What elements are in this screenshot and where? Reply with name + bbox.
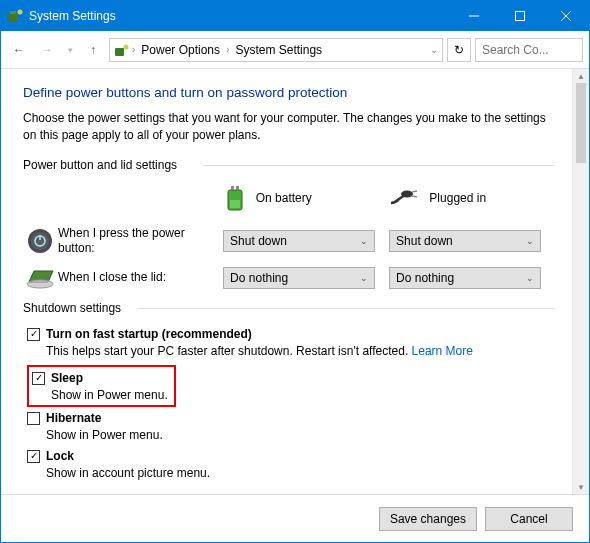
hibernate-checkbox[interactable]	[27, 412, 40, 425]
breadcrumb-icon	[114, 42, 130, 58]
svg-point-21	[27, 280, 53, 288]
svg-rect-11	[231, 186, 234, 190]
chevron-down-icon[interactable]: ⌄	[430, 44, 438, 55]
sleep-sub: Show in Power menu.	[51, 388, 168, 402]
app-icon	[7, 8, 23, 24]
power-button-battery-select[interactable]: Shut down⌄	[223, 230, 375, 252]
scroll-up-icon[interactable]: ▲	[573, 69, 589, 83]
svg-rect-12	[236, 186, 239, 190]
column-battery-label: On battery	[256, 191, 312, 205]
svg-point-14	[401, 190, 413, 197]
power-button-label: When I press the power button:	[58, 226, 223, 257]
up-button[interactable]: ↑	[81, 38, 105, 62]
page-heading: Define power buttons and turn on passwor…	[23, 85, 555, 100]
refresh-button[interactable]: ↻	[447, 38, 471, 62]
sleep-highlight: ✓ Sleep Show in Power menu.	[27, 365, 176, 407]
chevron-right-icon: ›	[132, 44, 135, 55]
lock-sub: Show in account picture menu.	[46, 466, 555, 480]
close-lid-label: When I close the lid:	[58, 270, 223, 286]
back-button[interactable]: ←	[7, 38, 31, 62]
content-area: Define power buttons and turn on passwor…	[1, 69, 589, 494]
row-power-button: When I press the power button: Shut down…	[23, 226, 555, 257]
svg-line-16	[412, 196, 417, 197]
fast-startup-sub: This helps start your PC faster after sh…	[46, 344, 555, 358]
sleep-checkbox[interactable]: ✓	[32, 372, 45, 385]
lid-icon	[26, 267, 54, 289]
recent-dropdown[interactable]: ▾	[63, 38, 77, 62]
hibernate-label: Hibernate	[46, 411, 101, 425]
power-button-icon	[27, 228, 53, 254]
svg-point-18	[31, 232, 49, 250]
titlebar: System Settings	[1, 1, 589, 31]
chevron-down-icon: ⌄	[360, 273, 368, 283]
scroll-down-icon[interactable]: ▼	[573, 480, 589, 494]
sleep-label: Sleep	[51, 371, 83, 385]
lock-label: Lock	[46, 449, 74, 463]
svg-rect-1	[10, 11, 16, 14]
footer: Save changes Cancel	[1, 494, 589, 542]
forward-button[interactable]: →	[35, 38, 59, 62]
intro-text: Choose the power settings that you want …	[23, 110, 555, 144]
fast-startup-checkbox[interactable]: ✓	[27, 328, 40, 341]
window-title: System Settings	[29, 9, 451, 23]
svg-rect-0	[8, 14, 18, 22]
column-plugged-label: Plugged in	[429, 191, 486, 205]
svg-point-2	[18, 10, 23, 15]
row-close-lid: When I close the lid: Do nothing⌄ Do not…	[23, 267, 555, 289]
toolbar: ← → ▾ ↑ › Power Options › System Setting…	[1, 31, 589, 69]
svg-line-15	[412, 191, 417, 192]
breadcrumb-system-settings[interactable]: System Settings	[231, 43, 326, 57]
group-power-button-lid: Power button and lid settings	[23, 158, 555, 172]
svg-rect-7	[115, 48, 124, 56]
learn-more-link[interactable]: Learn More	[412, 344, 473, 358]
minimize-button[interactable]	[451, 1, 497, 31]
chevron-down-icon: ⌄	[526, 273, 534, 283]
lock-checkbox[interactable]: ✓	[27, 450, 40, 463]
breadcrumb[interactable]: › Power Options › System Settings ⌄	[109, 38, 443, 62]
maximize-button[interactable]	[497, 1, 543, 31]
settings-window: System Settings ← → ▾ ↑ › Power Options …	[0, 0, 590, 543]
chevron-down-icon: ⌄	[360, 236, 368, 246]
close-lid-battery-select[interactable]: Do nothing⌄	[223, 267, 375, 289]
scroll-thumb[interactable]	[576, 83, 586, 163]
search-input[interactable]	[475, 38, 583, 62]
close-lid-plugged-select[interactable]: Do nothing⌄	[389, 267, 541, 289]
hibernate-sub: Show in Power menu.	[46, 428, 555, 442]
chevron-down-icon: ⌄	[526, 236, 534, 246]
plug-icon	[389, 189, 419, 207]
group-shutdown: Shutdown settings	[23, 301, 555, 315]
chevron-right-icon: ›	[226, 44, 229, 55]
svg-point-8	[124, 44, 129, 49]
column-headers: On battery Plugged in	[23, 184, 555, 212]
close-button[interactable]	[543, 1, 589, 31]
battery-icon	[224, 184, 246, 212]
cancel-button[interactable]: Cancel	[485, 507, 573, 531]
vertical-scrollbar[interactable]: ▲ ▼	[572, 69, 589, 494]
breadcrumb-power-options[interactable]: Power Options	[137, 43, 224, 57]
save-changes-button[interactable]: Save changes	[379, 507, 477, 531]
fast-startup-label: Turn on fast startup (recommended)	[46, 327, 252, 341]
svg-rect-4	[516, 12, 525, 21]
power-button-plugged-select[interactable]: Shut down⌄	[389, 230, 541, 252]
svg-rect-13	[230, 200, 240, 208]
